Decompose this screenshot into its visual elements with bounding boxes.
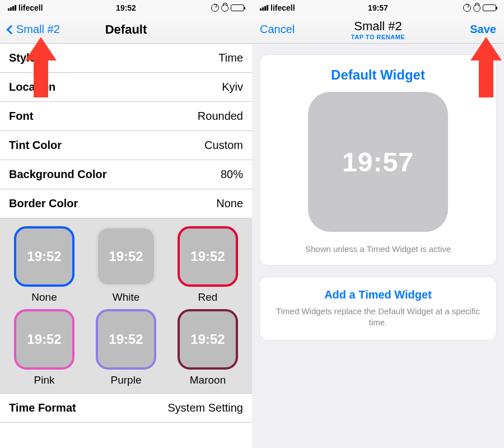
color-swatch-none[interactable]: 19:52None bbox=[6, 226, 83, 304]
swatch-tile: 19:52 bbox=[96, 309, 156, 370]
nav-subtitle: TAP TO RENAME bbox=[351, 34, 405, 40]
row-label: Tint Color bbox=[9, 139, 62, 152]
swatch-time: 19:52 bbox=[109, 332, 143, 347]
setting-row[interactable]: Tint ColorCustom bbox=[0, 131, 252, 160]
row-label: Time Format bbox=[9, 402, 76, 414]
rotation-lock-icon bbox=[463, 4, 471, 12]
phone-left: lifecell 19:52 Small #2 Default StyleTim… bbox=[0, 0, 252, 448]
row-value: Rounded bbox=[198, 110, 243, 123]
row-label: Location bbox=[9, 81, 55, 94]
swatch-time: 19:52 bbox=[109, 249, 143, 264]
battery-icon bbox=[231, 4, 244, 11]
swatch-label: Purple bbox=[111, 374, 142, 386]
carrier-label: lifecell bbox=[270, 3, 295, 12]
signal-icon bbox=[260, 5, 268, 11]
swatch-label: Maroon bbox=[190, 374, 226, 386]
row-value: Custom bbox=[204, 139, 243, 152]
back-button[interactable]: Small #2 bbox=[8, 23, 60, 36]
swatch-label: Red bbox=[198, 291, 218, 304]
setting-row[interactable]: StyleTime bbox=[0, 44, 252, 73]
card-description: Timed Widgets replace the Default Widget… bbox=[273, 306, 483, 329]
setting-row[interactable]: LocationKyiv bbox=[0, 73, 252, 102]
setting-row[interactable]: Border ColorNone bbox=[0, 189, 252, 218]
nav-title-text: Small #2 bbox=[354, 19, 402, 33]
signal-icon bbox=[8, 5, 16, 11]
nav-title[interactable]: Small #2 TAP TO RENAME bbox=[351, 19, 405, 40]
phone-right: lifecell 19:57 Cancel Small #2 TAP TO RE… bbox=[252, 0, 504, 448]
swatch-time: 19:52 bbox=[27, 249, 61, 264]
swatch-label: Pink bbox=[34, 374, 55, 386]
setting-row[interactable]: FontRounded bbox=[0, 102, 252, 131]
rotation-lock-icon bbox=[211, 4, 219, 12]
nav-bar: Small #2 Default bbox=[0, 16, 252, 44]
cancel-button[interactable]: Cancel bbox=[260, 23, 295, 36]
row-label: Style bbox=[9, 52, 36, 64]
border-color-grid: 19:52None19:52White19:52Red19:52Pink19:5… bbox=[0, 218, 252, 394]
swatch-label: None bbox=[31, 291, 57, 304]
row-label: Border Color bbox=[9, 197, 78, 210]
add-timed-widget-card[interactable]: Add a Timed Widget Timed Widgets replace… bbox=[260, 277, 496, 340]
setting-row[interactable]: Time Format System Setting bbox=[0, 394, 252, 423]
status-time: 19:57 bbox=[368, 3, 388, 12]
setting-row[interactable]: Background Color80% bbox=[0, 160, 252, 189]
carrier-label: lifecell bbox=[18, 3, 43, 12]
row-value: 80% bbox=[221, 168, 243, 181]
headphones-icon bbox=[221, 4, 228, 12]
color-swatch-maroon[interactable]: 19:52Maroon bbox=[169, 309, 246, 386]
save-button[interactable]: Save bbox=[470, 23, 496, 36]
swatch-tile: 19:52 bbox=[178, 309, 238, 370]
widget-preview: 19:57 bbox=[308, 92, 448, 232]
nav-title: Default bbox=[105, 22, 147, 37]
swatch-tile: 19:52 bbox=[178, 226, 238, 287]
row-value: System Setting bbox=[167, 402, 243, 414]
row-value: Time bbox=[218, 52, 243, 64]
row-value: None bbox=[216, 197, 243, 210]
swatch-time: 19:52 bbox=[190, 249, 225, 264]
chevron-left-icon bbox=[7, 25, 16, 34]
row-label: Font bbox=[9, 110, 33, 123]
back-button-label: Small #2 bbox=[16, 23, 60, 36]
swatch-tile: 19:52 bbox=[14, 309, 74, 370]
card-title: Default Widget bbox=[270, 67, 486, 83]
row-value: Kyiv bbox=[222, 81, 243, 94]
preview-time: 19:57 bbox=[342, 147, 414, 178]
color-swatch-purple[interactable]: 19:52Purple bbox=[87, 309, 165, 386]
default-widget-card[interactable]: Default Widget 19:57 Shown unless a Time… bbox=[260, 55, 496, 265]
swatch-label: White bbox=[113, 291, 140, 304]
swatch-tile: 19:52 bbox=[96, 226, 156, 287]
swatch-time: 19:52 bbox=[27, 332, 61, 347]
card-caption: Shown unless a Timed Widget is active bbox=[270, 244, 486, 254]
swatch-time: 19:52 bbox=[190, 332, 225, 347]
status-bar: lifecell 19:52 bbox=[0, 0, 252, 16]
card-title: Add a Timed Widget bbox=[273, 288, 483, 301]
color-swatch-white[interactable]: 19:52White bbox=[87, 226, 165, 304]
status-bar: lifecell 19:57 bbox=[252, 0, 504, 16]
battery-icon bbox=[483, 4, 496, 11]
color-swatch-pink[interactable]: 19:52Pink bbox=[6, 309, 83, 386]
color-swatch-red[interactable]: 19:52Red bbox=[169, 226, 246, 304]
nav-bar: Cancel Small #2 TAP TO RENAME Save bbox=[252, 16, 504, 44]
row-label: Background Color bbox=[9, 168, 106, 181]
swatch-tile: 19:52 bbox=[14, 226, 74, 287]
status-time: 19:52 bbox=[116, 3, 136, 12]
headphones-icon bbox=[473, 4, 480, 12]
